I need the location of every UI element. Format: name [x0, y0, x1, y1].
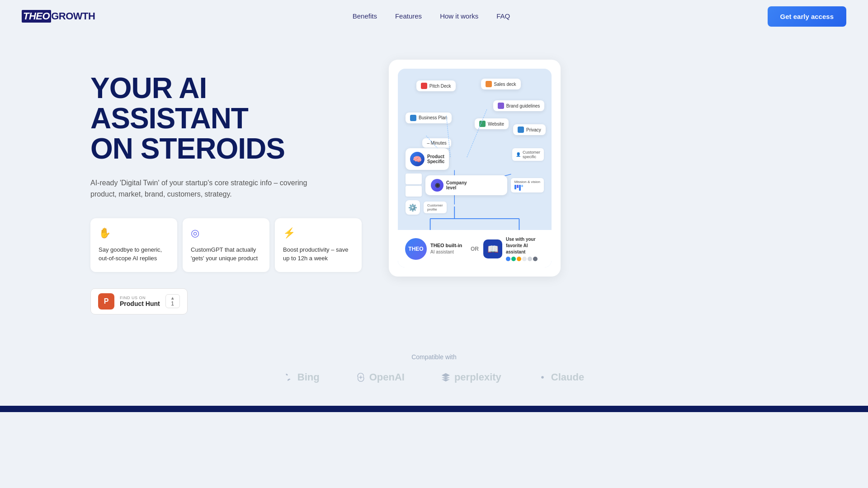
compat-logo-openai: OpenAI	[356, 371, 405, 383]
doc-chip-website: Website	[475, 118, 509, 129]
compat-logo-bing-text: Bing	[297, 371, 320, 383]
hero-title: YOUR AI ASSISTANT ON STEROIDS	[90, 73, 362, 164]
hero-left: YOUR AI ASSISTANT ON STEROIDS AI-ready '…	[90, 60, 362, 314]
use-chip: 📖 Use with your favorite AI assistant	[483, 236, 544, 261]
ai-logo-4	[522, 257, 527, 261]
logo-growth: GROWTH	[51, 10, 95, 22]
company-level-label: Companylevel	[446, 180, 467, 190]
feature-card-0: ✋ Say goodbye to generic, out-of-scope A…	[90, 218, 177, 272]
customer-specific-label: Customerspecific	[523, 150, 540, 159]
privacy-icon	[518, 127, 524, 133]
doc-label-sales-deck: Sales deck	[494, 82, 516, 87]
compat-section: Compatible with Bing OpenAI perplexity C…	[0, 340, 868, 406]
compat-label: Compatible with	[0, 353, 868, 361]
compat-logo-perplexity: perplexity	[441, 371, 501, 383]
bing-icon	[284, 372, 294, 382]
product-hunt-badge[interactable]: P FIND US ON Product Hunt ▲ 1	[90, 288, 188, 314]
openai-icon	[356, 372, 366, 382]
side-boxes: 👤 Customerspecific	[512, 148, 544, 161]
diagram-bottom: THEO THEO built-in AI assistant OR 📖 Use…	[398, 230, 552, 267]
compat-logos: Bing OpenAI perplexity Claude	[0, 371, 868, 383]
center-boxes: 🧠 ProductSpecific 👤 Customerspecific	[406, 148, 544, 217]
product-specific-box: 🧠 ProductSpecific	[406, 148, 449, 170]
feature-cards: ✋ Say goodbye to generic, out-of-scope A…	[90, 218, 362, 272]
ai-logos-row	[506, 257, 544, 261]
ph-logo-icon: P	[98, 293, 114, 310]
doc-chip-brand-guidelines: Brand guidelines	[493, 100, 545, 111]
diagram-inner: Pitch Deck Sales deck Brand guidelines B…	[398, 69, 552, 267]
feature-icon-1: ◎	[191, 227, 261, 239]
product-specific-label: ProductSpecific	[427, 154, 444, 164]
claude-icon	[538, 372, 547, 382]
ph-name-label: Product Hunt	[120, 300, 160, 307]
use-label-text: Use with your favorite AI assistant	[506, 236, 544, 255]
nav-faq[interactable]: FAQ	[496, 12, 510, 20]
business-plan-icon	[410, 115, 416, 121]
doc-chip-minutes: – Minutes	[422, 138, 451, 148]
settings-icon-box: ⚙️	[406, 200, 420, 215]
doc-chip-sales-deck: Sales deck	[481, 79, 521, 89]
small-left-boxes	[406, 174, 422, 197]
theo-built-in-label: THEO built-in AI assistant	[430, 242, 462, 255]
website-icon	[479, 121, 486, 127]
customer-specific-box: 👤 Customerspecific	[512, 148, 544, 161]
small-box-2	[406, 186, 422, 197]
feature-text-1: CustomGPT that actually 'gets' your uniq…	[191, 245, 261, 263]
feature-icon-0: ✋	[99, 227, 169, 239]
ai-logo-5	[528, 257, 532, 261]
feature-text-2: Boost productivity – save up to 12h a we…	[283, 245, 354, 263]
get-early-access-button[interactable]: Get early access	[768, 6, 846, 27]
ai-logo-6	[533, 257, 538, 261]
product-specific-icon: 🧠	[410, 152, 425, 166]
perplexity-icon	[441, 372, 451, 382]
feature-card-2: ⚡ Boost productivity – save up to 12h a …	[275, 218, 362, 272]
compat-logo-openai-text: OpenAI	[369, 371, 405, 383]
doc-label-brand-guidelines: Brand guidelines	[506, 103, 540, 108]
theo-label-title: THEO built-in	[430, 243, 462, 248]
hero-subtitle: AI-ready 'Digital Twin' of your startup'…	[90, 177, 326, 200]
doc-label-website: Website	[488, 122, 504, 127]
ai-logo-1	[506, 257, 510, 261]
settings-row: ⚙️ Customerprofile	[406, 200, 544, 215]
nav-benefits[interactable]: Benefits	[353, 12, 377, 20]
ph-text: FIND US ON Product Hunt	[120, 296, 160, 307]
compat-logo-perplexity-text: perplexity	[454, 371, 501, 383]
pitch-deck-icon	[421, 83, 427, 89]
footer-bar	[0, 406, 868, 412]
feature-card-1: ◎ CustomGPT that actually 'gets' your un…	[183, 218, 269, 272]
hero-title-line1: YOUR AI ASSISTANT	[90, 72, 248, 135]
ph-upvote-count: 1	[171, 300, 174, 307]
doc-label-business-plan: Business Plan	[419, 115, 447, 120]
hero-section: YOUR AI ASSISTANT ON STEROIDS AI-ready '…	[0, 33, 868, 340]
mission-box: Mission & vision	[511, 178, 544, 192]
logo-theo: THEO	[22, 10, 51, 23]
theo-circle-icon: THEO	[405, 238, 427, 260]
feature-icon-2: ⚡	[283, 227, 354, 239]
diagram-container: Pitch Deck Sales deck Brand guidelines B…	[389, 60, 561, 277]
company-level-row: ◉ Companylevel Mission & vision	[406, 174, 544, 197]
hero-title-line2: ON STEROIDS	[90, 132, 285, 165]
company-level-icon: ◉	[431, 179, 443, 192]
doc-chip-privacy: Privacy	[513, 124, 546, 135]
doc-label-pitch-deck: Pitch Deck	[429, 84, 451, 89]
doc-chip-business-plan: Business Plan	[406, 113, 452, 123]
ph-find-label: FIND US ON	[120, 296, 160, 300]
doc-chip-pitch-deck: Pitch Deck	[416, 80, 456, 91]
brand-guidelines-icon	[498, 103, 504, 109]
compat-logo-claude: Claude	[538, 371, 584, 383]
doc-label-minutes: – Minutes	[427, 141, 446, 145]
nav-how-it-works[interactable]: How it works	[440, 12, 478, 20]
ph-arrow-icon: ▲	[170, 296, 175, 300]
ph-upvote-box[interactable]: ▲ 1	[165, 294, 180, 308]
logo: THEOGROWTH	[22, 10, 95, 23]
svg-point-10	[541, 376, 544, 379]
compat-logo-claude-text: Claude	[551, 371, 584, 383]
customer-profile-box: Customerprofile	[424, 202, 447, 213]
feature-text-0: Say goodbye to generic, out-of-scope AI …	[99, 245, 169, 263]
navbar: THEOGROWTH Benefits Features How it work…	[0, 0, 868, 33]
company-level-box: ◉ Companylevel	[425, 175, 507, 195]
small-box-1	[406, 174, 422, 184]
doc-label-privacy: Privacy	[526, 127, 541, 132]
theo-chip: THEO THEO built-in AI assistant	[405, 238, 466, 260]
nav-features[interactable]: Features	[395, 12, 422, 20]
